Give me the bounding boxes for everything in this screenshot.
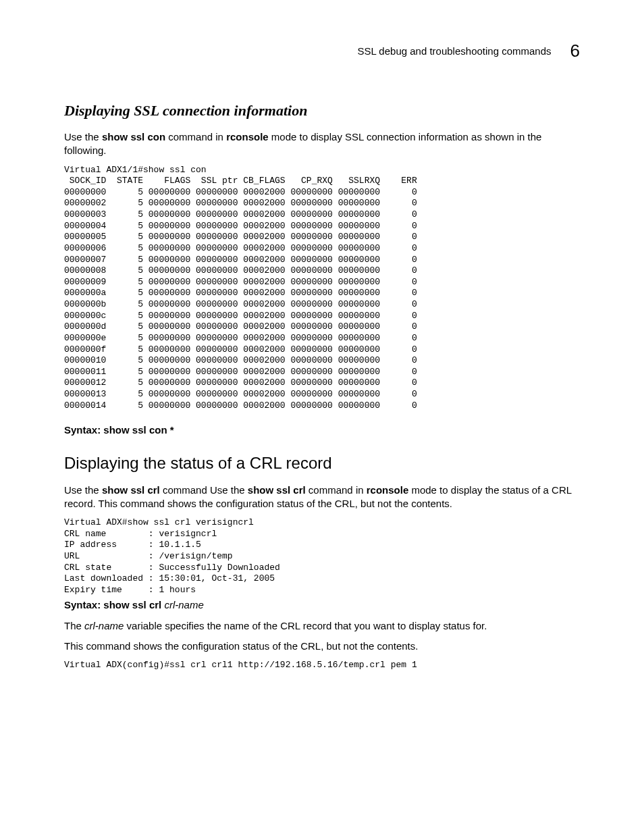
text: command in xyxy=(306,484,367,496)
text: command Use the xyxy=(160,484,248,496)
text: Use the xyxy=(64,131,102,142)
syntax-cmd-2: show ssl crl xyxy=(103,599,161,610)
cmd-show-ssl-crl-1: show ssl crl xyxy=(102,484,160,496)
section-1-title: Displaying SSL connection information xyxy=(64,102,580,120)
section-2-intro: Use the show ssl crl command Use the sho… xyxy=(64,484,580,511)
syntax-label: Syntax: xyxy=(64,424,103,436)
chapter-number: 6 xyxy=(570,41,580,61)
crl-name-var-desc: The crl-name variable specifies the name… xyxy=(64,619,580,633)
syntax-line-1: Syntax: show ssl con * xyxy=(64,423,580,437)
syntax-var: crl-name xyxy=(161,599,204,610)
syntax-cmd: show ssl con * xyxy=(103,424,173,436)
text: Use the xyxy=(64,484,102,496)
running-header: SSL debug and troubleshooting commands 6 xyxy=(64,41,580,61)
text: The xyxy=(64,620,84,631)
var-crl-name: crl-name xyxy=(84,620,124,631)
cmd-show-ssl-con: show ssl con xyxy=(102,131,165,142)
terminal-output-ssl-crl: Virtual ADX#show ssl crl verisigncrl CRL… xyxy=(64,517,580,596)
text: command in xyxy=(165,131,226,142)
text: variable specifies the name of the CRL r… xyxy=(124,620,487,631)
mode-rconsole: rconsole xyxy=(226,131,269,142)
running-header-section: SSL debug and troubleshooting commands xyxy=(357,45,551,57)
terminal-output-ssl-con: Virtual ADX1/1#show ssl con SOCK_ID STAT… xyxy=(64,165,580,412)
syntax-label-2: Syntax: xyxy=(64,599,103,610)
section-1-intro: Use the show ssl con command in rconsole… xyxy=(64,130,580,158)
terminal-output-config: Virtual ADX(config)#ssl crl crl1 http://… xyxy=(64,660,580,671)
section-2-title: Displaying the status of a CRL record xyxy=(64,454,580,473)
crl-note: This command shows the configuration sta… xyxy=(64,640,580,653)
mode-rconsole-2: rconsole xyxy=(367,484,409,496)
syntax-line-2: Syntax: show ssl crl crl-name xyxy=(64,598,580,612)
cmd-show-ssl-crl-2: show ssl crl xyxy=(248,484,306,496)
page: SSL debug and troubleshooting commands 6… xyxy=(0,0,644,834)
